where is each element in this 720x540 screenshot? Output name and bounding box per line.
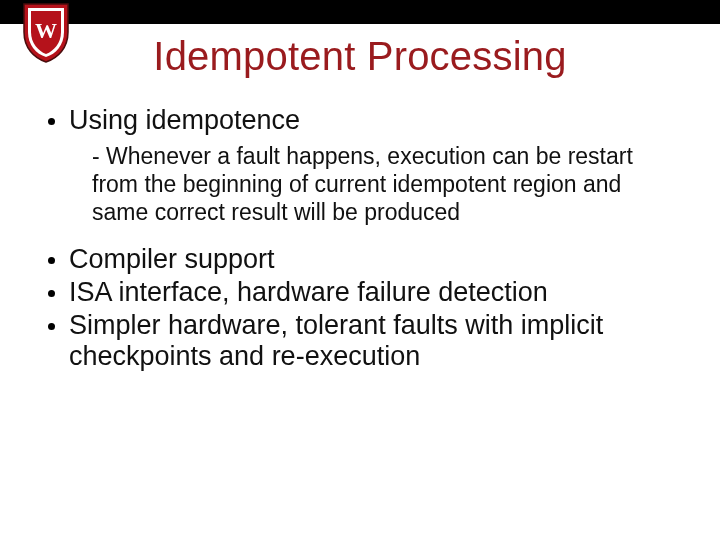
- bullet-text: Compiler support: [69, 244, 275, 275]
- bullet-text: Simpler hardware, tolerant faults with i…: [69, 310, 680, 372]
- bullet-item-4: Simpler hardware, tolerant faults with i…: [48, 310, 680, 372]
- bullet-item-3: ISA interface, hardware failure detectio…: [48, 277, 680, 308]
- top-bar: [0, 0, 720, 24]
- bullet-dot-icon: [48, 257, 55, 264]
- bullet-text: ISA interface, hardware failure detectio…: [69, 277, 548, 308]
- bullet-item-1: Using idempotence: [48, 105, 680, 136]
- slide-title: Idempotent Processing: [0, 34, 720, 79]
- slide-body: Using idempotence - Whenever a fault hap…: [48, 105, 680, 372]
- bullet-text: Using idempotence: [69, 105, 300, 136]
- bullet-dot-icon: [48, 118, 55, 125]
- bullet-dot-icon: [48, 290, 55, 297]
- slide: W Idempotent Processing Using idempotenc…: [0, 0, 720, 540]
- bullet-item-2: Compiler support: [48, 244, 680, 275]
- svg-text:W: W: [35, 18, 57, 43]
- bullet-dot-icon: [48, 323, 55, 330]
- sub-bullet-1: - Whenever a fault happens, execution ca…: [92, 142, 634, 226]
- uw-crest-icon: W: [20, 2, 72, 64]
